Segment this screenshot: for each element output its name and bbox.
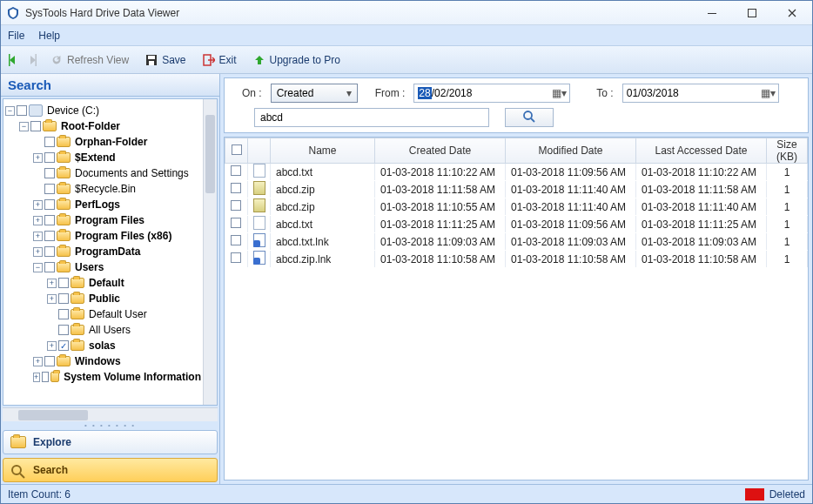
tree-toggle[interactable]: − [33, 263, 43, 272]
grid-header-size[interactable]: Size (KB) [767, 138, 808, 164]
panel-gripper[interactable]: • • • • • • • [1, 421, 219, 428]
menu-file[interactable]: File [8, 30, 24, 42]
row-checkbox[interactable] [225, 164, 248, 181]
tree-toggle[interactable]: + [33, 373, 40, 382]
tree-node[interactable]: Users [75, 261, 104, 273]
tree-node[interactable]: Public [89, 292, 120, 305]
tree-node[interactable]: solas [89, 339, 116, 352]
tree-node[interactable]: System Volume Information [64, 371, 201, 383]
minimize-button[interactable] [692, 1, 732, 25]
tree-toggle[interactable]: + [33, 232, 43, 241]
tree-checkbox[interactable] [44, 199, 55, 210]
to-label: To : [596, 87, 613, 99]
tree-toggle[interactable]: + [33, 357, 43, 366]
tree-checkbox[interactable] [58, 309, 69, 319]
tree-checkbox[interactable] [42, 372, 49, 382]
to-date-input[interactable]: 01/03/2018 ▦▾ [622, 84, 779, 103]
deleted-legend-label: Deleted [769, 488, 805, 501]
tree-toggle[interactable]: + [33, 216, 43, 225]
close-button[interactable] [772, 1, 812, 25]
tree-node[interactable]: Orphan-Folder [75, 136, 147, 148]
tree-node[interactable]: Windows [75, 355, 121, 367]
tree-checkbox[interactable] [58, 325, 69, 335]
tree-checkbox[interactable] [44, 215, 55, 225]
tree-node[interactable]: ProgramData [75, 245, 140, 258]
explore-tab[interactable]: Explore [3, 430, 218, 454]
tree-node[interactable]: Program Files (x86) [75, 230, 171, 242]
tree-node[interactable]: Root-Folder [61, 120, 120, 132]
table-row[interactable]: abcd.txt 01-03-2018 11:10:22 AM 01-03-20… [225, 164, 808, 181]
search-button[interactable] [505, 108, 554, 127]
save-button[interactable]: Save [139, 51, 191, 69]
tree-checkbox[interactable] [44, 168, 55, 178]
tree-node[interactable]: PerfLogs [75, 198, 120, 211]
tree-checkbox[interactable] [58, 278, 69, 288]
grid-header-name[interactable]: Name [271, 138, 375, 164]
row-checkbox[interactable] [225, 198, 248, 216]
grid-header-checkbox[interactable] [225, 138, 248, 164]
tree-checkbox[interactable] [44, 137, 55, 147]
table-row[interactable]: abcd.zip.lnk 01-03-2018 11:10:58 AM 01-0… [225, 251, 808, 268]
row-checkbox[interactable] [225, 251, 248, 268]
title-bar: SysTools Hard Drive Data Viewer [1, 1, 812, 25]
tree-checkbox[interactable] [44, 152, 55, 163]
tree-toggle[interactable]: − [5, 106, 15, 116]
tree-toggle[interactable]: + [33, 247, 43, 257]
tree-checkbox[interactable] [17, 105, 27, 116]
tree-toggle[interactable]: + [33, 200, 43, 210]
tree-checkbox[interactable] [44, 246, 55, 257]
cell-modified: 01-03-2018 11:11:40 AM [506, 181, 636, 198]
tree-toggle[interactable]: − [19, 122, 29, 131]
on-value: Created [277, 87, 314, 99]
tree-node[interactable]: Program Files [75, 214, 144, 226]
tree-checkbox[interactable]: ✓ [58, 340, 69, 351]
from-date-input[interactable]: 28/02/2018 ▦▾ [413, 84, 570, 103]
tree-node-device[interactable]: Device (C:) [47, 104, 99, 117]
tree-checkbox[interactable] [44, 184, 55, 194]
tree-checkbox[interactable] [44, 231, 55, 241]
row-checkbox[interactable] [225, 233, 248, 251]
tree-node[interactable]: Default [89, 277, 124, 289]
tree-node[interactable]: All Users [89, 324, 131, 336]
menu-help[interactable]: Help [38, 30, 60, 42]
search-text-input[interactable] [254, 108, 489, 127]
on-select[interactable]: Created [271, 84, 358, 103]
exit-button[interactable]: Exit [197, 51, 242, 69]
tree-node[interactable]: Default User [89, 308, 147, 320]
search-tab[interactable]: Search [3, 458, 218, 482]
tree-node[interactable]: $Recycle.Bin [75, 183, 136, 195]
tree-checkbox[interactable] [30, 121, 41, 131]
tree-scrollbar[interactable] [203, 99, 217, 405]
tree-checkbox[interactable] [44, 262, 55, 272]
nav-forward-icon[interactable] [25, 53, 39, 67]
tree-checkbox[interactable] [44, 356, 55, 366]
tree-toggle[interactable]: + [47, 279, 57, 288]
tree-node[interactable]: Documents and Settings [75, 167, 189, 179]
tree-toggle[interactable]: + [47, 294, 57, 304]
folder-icon [57, 231, 71, 241]
grid-header-created[interactable]: Created Date [375, 138, 506, 164]
row-checkbox[interactable] [225, 216, 248, 233]
tree-toggle[interactable]: + [33, 153, 43, 163]
tree-checkbox[interactable] [58, 293, 69, 304]
folder-tree[interactable]: − Device (C:) −Root-Folder Orphan-Folder… [3, 99, 203, 405]
table-row[interactable]: abcd.txt 01-03-2018 11:11:25 AM 01-03-20… [225, 216, 808, 233]
grid-header-accessed[interactable]: Last Accessed Date [636, 138, 767, 164]
tree-toggle[interactable]: + [47, 341, 57, 351]
table-row[interactable]: abcd.zip 01-03-2018 11:11:58 AM 01-03-20… [225, 181, 808, 198]
status-bar: Item Count: 6 Deleted [1, 484, 812, 503]
file-type-icon [248, 216, 271, 233]
nav-back-icon[interactable] [6, 53, 20, 67]
upgrade-button[interactable]: Upgrade to Pro [247, 51, 346, 69]
calendar-icon[interactable]: ▦▾ [552, 87, 566, 99]
grid-header-modified[interactable]: Modified Date [506, 138, 636, 164]
cell-name: abcd.zip [271, 198, 375, 216]
tree-node[interactable]: $Extend [75, 151, 116, 164]
row-checkbox[interactable] [225, 181, 248, 198]
calendar-icon[interactable]: ▦▾ [761, 87, 775, 99]
table-row[interactable]: abcd.zip 01-03-2018 11:10:55 AM 01-03-20… [225, 198, 808, 216]
tree-hscrollbar[interactable] [3, 407, 218, 421]
maximize-button[interactable] [732, 1, 772, 25]
table-row[interactable]: abcd.txt.lnk 01-03-2018 11:09:03 AM 01-0… [225, 233, 808, 251]
refresh-button[interactable]: Refresh View [44, 51, 134, 69]
